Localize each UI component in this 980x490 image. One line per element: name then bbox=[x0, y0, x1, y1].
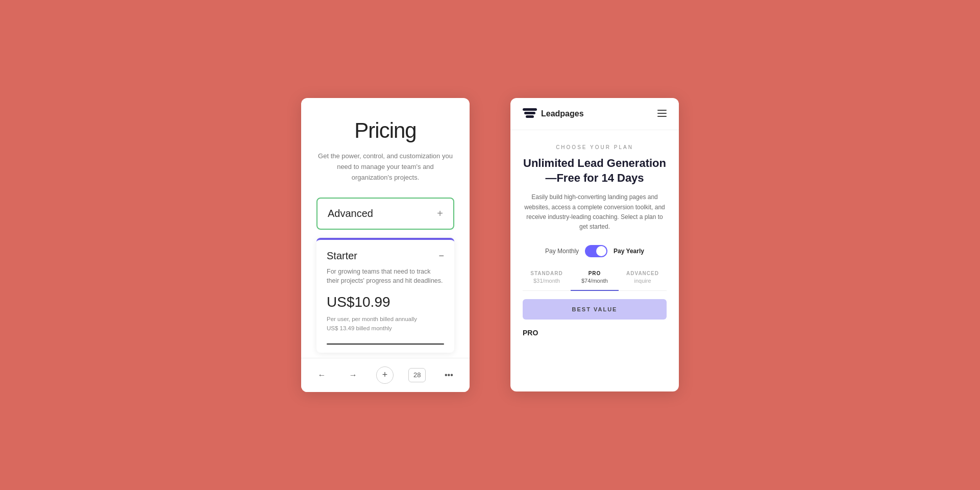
pricing-title: Pricing bbox=[316, 118, 454, 143]
svg-rect-1 bbox=[524, 112, 535, 114]
starter-price: US$10.99 bbox=[327, 294, 444, 310]
more-icon: ••• bbox=[445, 371, 453, 380]
badge-number: 28 bbox=[413, 371, 421, 379]
leadpages-body: CHOOSE YOUR PLAN Unlimited Lead Generati… bbox=[510, 130, 679, 391]
back-button[interactable]: ← bbox=[314, 367, 330, 383]
advanced-expand-icon: + bbox=[437, 208, 443, 219]
advanced-plan-label: Advanced bbox=[328, 208, 373, 219]
leadpages-description: Easily build high-converting landing pag… bbox=[523, 192, 667, 232]
right-leadpages-card: Leadpages CHOOSE YOUR PLAN Unlimited Lea… bbox=[510, 98, 679, 391]
pro-plan-tab[interactable]: PRO $74/month bbox=[571, 267, 619, 291]
left-pricing-card: Pricing Get the power, control, and cust… bbox=[301, 98, 470, 392]
starter-header: Starter − bbox=[327, 250, 444, 262]
billing-line2: US$ 13.49 billed monthly bbox=[327, 324, 444, 333]
leadpages-logo-icon bbox=[523, 108, 537, 119]
billing-toggle: Pay Monthly Pay Yearly bbox=[523, 245, 667, 257]
svg-rect-0 bbox=[523, 108, 537, 111]
advanced-plan-box[interactable]: Advanced + bbox=[316, 198, 454, 230]
starter-collapse-icon[interactable]: − bbox=[438, 251, 444, 261]
leadpages-logo-text: Leadpages bbox=[541, 109, 584, 118]
standard-tab-name: STANDARD bbox=[527, 271, 567, 276]
forward-icon: → bbox=[349, 371, 357, 380]
starter-divider bbox=[327, 344, 444, 345]
leadpages-header: Leadpages bbox=[510, 98, 679, 130]
bottom-navigation: ← → + 28 ••• bbox=[301, 358, 470, 392]
best-value-button[interactable]: BEST VALUE bbox=[523, 299, 667, 320]
page-wrapper: Pricing Get the power, control, and cust… bbox=[301, 98, 679, 392]
svg-rect-5 bbox=[657, 116, 667, 117]
yearly-label: Pay Yearly bbox=[614, 248, 644, 255]
add-button[interactable]: + bbox=[376, 366, 394, 384]
svg-rect-4 bbox=[657, 113, 667, 114]
standard-tab-price: $31/month bbox=[527, 278, 567, 284]
plan-tabs: STANDARD $31/month PRO $74/month ADVANCE… bbox=[523, 267, 667, 291]
leadpages-logo: Leadpages bbox=[523, 108, 584, 119]
starter-description: For growing teams that need to track the… bbox=[327, 267, 444, 286]
hamburger-menu-icon[interactable] bbox=[657, 109, 667, 119]
svg-rect-3 bbox=[657, 110, 667, 111]
pro-tab-price: $74/month bbox=[575, 278, 615, 284]
monthly-label: Pay Monthly bbox=[545, 248, 579, 255]
starter-title: Starter bbox=[327, 250, 357, 262]
billing-toggle-switch[interactable] bbox=[585, 245, 607, 257]
advanced-tab-name: ADVANCED bbox=[623, 271, 663, 276]
starter-plan-card: Starter − For growing teams that need to… bbox=[316, 238, 454, 353]
leadpages-headline: Unlimited Lead Generation —Free for 14 D… bbox=[523, 156, 667, 185]
page-badge[interactable]: 28 bbox=[408, 368, 426, 382]
more-button[interactable]: ••• bbox=[440, 367, 457, 383]
billing-line1: Per user, per month billed annually bbox=[327, 314, 444, 324]
add-icon: + bbox=[382, 370, 388, 380]
standard-plan-tab[interactable]: STANDARD $31/month bbox=[523, 267, 571, 290]
advanced-plan-tab[interactable]: ADVANCED inquire bbox=[619, 267, 667, 290]
pricing-subtitle: Get the power, control, and customizatio… bbox=[316, 151, 454, 183]
svg-rect-2 bbox=[526, 115, 534, 118]
back-icon: ← bbox=[318, 371, 326, 380]
choose-plan-label: CHOOSE YOUR PLAN bbox=[523, 144, 667, 150]
pro-tab-name: PRO bbox=[575, 271, 615, 276]
forward-button[interactable]: → bbox=[345, 367, 361, 383]
pro-section-label: PRO bbox=[523, 327, 667, 339]
advanced-tab-price: inquire bbox=[623, 278, 663, 284]
starter-billing: Per user, per month billed annually US$ … bbox=[327, 314, 444, 333]
